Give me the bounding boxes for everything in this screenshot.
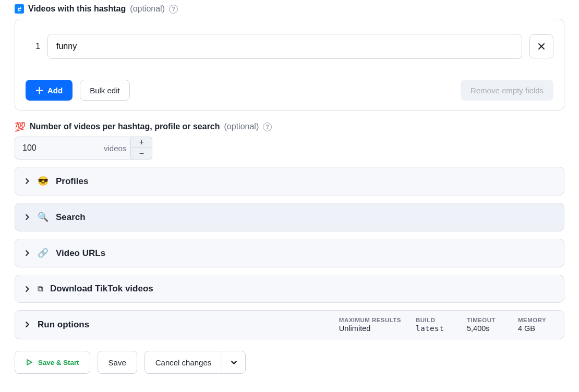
run-options-toggle[interactable]: Run options [25, 320, 89, 330]
run-options-panel: Run options MAXIMUM RESULTS Unlimited BU… [15, 310, 564, 339]
stat-label: MAXIMUM RESULTS [339, 317, 401, 323]
step-up-button[interactable]: + [130, 137, 152, 148]
chevron-right-icon [25, 178, 30, 184]
num-videos-title: 💯 Number of videos per hashtag, profile … [15, 122, 564, 131]
footer-actions: Save & Start Save Cancel changes [15, 351, 564, 374]
num-videos-unit: videos [104, 137, 130, 159]
chevron-right-icon [25, 320, 30, 329]
hashtag-icon: # [15, 4, 24, 14]
chevron-right-icon [25, 214, 30, 220]
remove-empty-button: Remove empty fields [461, 80, 553, 101]
stat-value: latest [416, 324, 452, 333]
hundred-icon: 💯 [15, 123, 26, 131]
hashtags-optional: (optional) [130, 4, 165, 14]
stat-max-results: MAXIMUM RESULTS Unlimited [339, 317, 401, 333]
num-videos-input[interactable] [15, 137, 104, 159]
stat-label: TIMEOUT [467, 317, 503, 323]
hashtag-input[interactable] [47, 34, 522, 59]
save-start-label: Save & Start [38, 359, 79, 366]
video-urls-section[interactable]: 🔗 Video URLs [15, 239, 564, 267]
run-options-title: Run options [38, 320, 89, 330]
stat-value: Unlimited [339, 324, 401, 333]
remove-empty-label: Remove empty fields [471, 86, 544, 95]
svg-marker-4 [27, 360, 32, 365]
hashtag-actions: Add Bulk edit Remove empty fields [26, 80, 553, 101]
stat-label: BUILD [416, 317, 452, 323]
save-button[interactable]: Save [98, 351, 137, 374]
stat-value: 5,400s [467, 324, 503, 333]
hashtags-label: Videos with this hashtag [28, 4, 126, 14]
magnifier-icon: 🔍 [38, 212, 49, 223]
step-down-button[interactable]: − [130, 148, 152, 160]
cancel-menu-button[interactable] [222, 351, 246, 374]
remove-row-button[interactable] [529, 34, 553, 58]
search-section[interactable]: 🔍 Search [15, 203, 564, 231]
plus-icon [35, 87, 43, 94]
add-button[interactable]: Add [26, 80, 73, 101]
num-videos-label: Number of videos per hashtag, profile or… [30, 122, 220, 131]
chevron-right-icon [25, 250, 30, 256]
save-start-button[interactable]: Save & Start [15, 351, 90, 374]
num-stepper: + − [130, 137, 152, 160]
stat-memory: MEMORY 4 GB [518, 317, 554, 333]
download-title: Download TikTok videos [50, 284, 153, 294]
profiles-section[interactable]: 😎 Profiles [15, 167, 564, 195]
num-videos-input-wrap: videos + − [15, 137, 152, 160]
stat-build: BUILD latest [416, 317, 452, 333]
hashtags-box: 1 Add Bulk edit Remove empty fields [15, 19, 564, 111]
film-icon: ⧉ [38, 284, 43, 293]
cancel-label: Cancel changes [155, 358, 212, 367]
num-videos-optional: (optional) [224, 122, 259, 131]
chevron-down-icon [231, 359, 237, 366]
sunglasses-icon: 😎 [38, 176, 49, 187]
add-label: Add [47, 86, 63, 95]
help-icon[interactable]: ? [263, 123, 272, 131]
row-index: 1 [26, 42, 40, 51]
stat-value: 4 GB [518, 324, 554, 333]
hashtags-section-title: # Videos with this hashtag (optional) ? [15, 4, 564, 14]
run-stats: MAXIMUM RESULTS Unlimited BUILD latest T… [339, 317, 554, 333]
link-icon: 🔗 [38, 248, 49, 259]
cancel-button[interactable]: Cancel changes [144, 351, 223, 374]
download-section[interactable]: ⧉ Download TikTok videos [15, 275, 564, 303]
close-icon [537, 42, 546, 51]
stat-timeout: TIMEOUT 5,400s [467, 317, 503, 333]
play-icon [26, 359, 33, 366]
hashtag-row: 1 [26, 34, 553, 59]
profiles-title: Profiles [56, 176, 88, 187]
bulk-edit-button[interactable]: Bulk edit [80, 80, 130, 101]
bulk-edit-label: Bulk edit [90, 86, 120, 95]
help-icon[interactable]: ? [169, 5, 178, 14]
video-urls-title: Video URLs [56, 248, 105, 259]
save-label: Save [108, 358, 126, 367]
stat-label: MEMORY [518, 317, 554, 323]
chevron-right-icon [25, 286, 30, 292]
search-title: Search [56, 212, 86, 223]
